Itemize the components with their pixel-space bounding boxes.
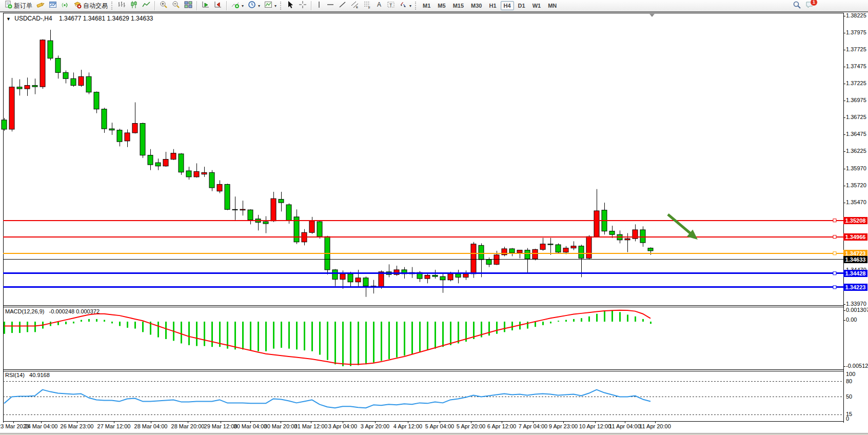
text-button[interactable]: A [373, 0, 385, 12]
text-label-button[interactable]: T [385, 0, 397, 12]
timeframe-mn[interactable]: MN [545, 1, 560, 10]
terminal-button[interactable] [47, 0, 59, 12]
price-tick-label: 1.36725 [846, 114, 866, 120]
price-tick-label: 1.36475 [846, 131, 866, 137]
trendline-button[interactable] [337, 0, 349, 12]
candle-body [279, 199, 284, 203]
candlestick-chart-icon [130, 1, 138, 11]
signals-button[interactable] [59, 0, 71, 12]
cursor-button[interactable] [284, 0, 297, 12]
rsi-tick-label: 50 [846, 393, 852, 400]
line-drag-handle[interactable] [833, 252, 836, 255]
candle-body [148, 155, 153, 165]
bar-chart-button[interactable] [115, 0, 128, 12]
auto-scroll-button[interactable] [200, 0, 212, 12]
clock-icon [248, 1, 256, 11]
price-tick [843, 134, 845, 135]
line-chart-button[interactable] [140, 0, 152, 12]
line-chart-icon [142, 1, 150, 11]
candle-body [40, 40, 45, 87]
candle-body [225, 184, 230, 209]
terminal-window-icon [49, 1, 57, 11]
candle-body [532, 249, 538, 259]
rsi-value: 40.9168 [29, 372, 50, 378]
vertical-line-button[interactable] [314, 0, 324, 12]
collapse-triangle-icon[interactable]: ▼ [6, 16, 11, 22]
timeframe-w1[interactable]: W1 [529, 1, 544, 10]
price-tick [843, 101, 845, 101]
chart-window[interactable]: ▼ USDCAD-,H4 1.34677 1.34681 1.34629 1.3… [0, 12, 868, 435]
candlestick-chart-button[interactable] [128, 0, 140, 12]
zoom-in-button[interactable] [157, 0, 170, 12]
notifications-button[interactable]: 1 [805, 1, 815, 11]
templates-button[interactable]: ▾ [262, 0, 279, 12]
crosshair-button[interactable] [297, 0, 309, 12]
candle-body [109, 129, 114, 130]
timeframe-h4[interactable]: H4 [501, 1, 514, 10]
price-tick-label: 1.35970 [846, 165, 866, 171]
line-drag-handle[interactable] [833, 219, 836, 222]
chart-title: ▼ USDCAD-,H4 1.34677 1.34681 1.34629 1.3… [6, 15, 153, 22]
candle-body [609, 231, 615, 235]
candle-body [171, 153, 176, 160]
cursor-arrow-icon [286, 1, 294, 11]
macd-tick-label: 0.00 [846, 317, 857, 323]
candle-body [86, 76, 91, 92]
candle-body [348, 274, 353, 282]
candle-body [217, 184, 222, 191]
indicators-button[interactable]: ▾ [229, 0, 246, 12]
toolbar-right-group: 1 [793, 1, 866, 11]
candle-body [556, 245, 561, 252]
horizontal-line-button[interactable] [324, 0, 337, 12]
search-icon[interactable] [793, 1, 801, 11]
mt4-application: 新订单 自动交易 [0, 0, 868, 435]
text-icon: A [376, 1, 383, 11]
arrows-button[interactable]: ▾ [397, 0, 413, 12]
zoom-out-button[interactable] [170, 0, 182, 12]
line-drag-handle[interactable] [833, 286, 836, 289]
macd-tick [843, 310, 845, 311]
candle-body [509, 249, 515, 253]
candle-body [102, 109, 107, 129]
autotrading-button[interactable]: 自动交易 [71, 0, 110, 12]
candle-body [540, 244, 545, 250]
tile-windows-button[interactable] [182, 0, 194, 12]
candle-body [155, 163, 161, 166]
chart-shift-button[interactable] [212, 0, 224, 12]
candle-body [263, 222, 268, 224]
timeframe-d1[interactable]: D1 [515, 1, 528, 10]
candle-body [456, 274, 461, 278]
macd-indicator-label: MACD(12,26,9) -0.000248 0.000372 [5, 308, 100, 314]
metaeditor-button[interactable] [34, 0, 47, 12]
chart-shift-marker[interactable] [649, 14, 655, 17]
candle-body [117, 130, 122, 142]
timeframe-m15[interactable]: M15 [450, 1, 467, 10]
chart-canvas[interactable] [0, 12, 868, 435]
candle-body [471, 244, 476, 274]
timeframe-m5[interactable]: M5 [435, 1, 448, 10]
trend-arrow-annotation[interactable] [668, 214, 691, 233]
autotrading-label: 自动交易 [83, 2, 108, 10]
candle-body [9, 87, 14, 129]
periods-button[interactable]: ▾ [246, 0, 262, 12]
timeframe-h1[interactable]: H1 [486, 1, 499, 10]
timeframe-m30[interactable]: M30 [468, 1, 485, 10]
new-order-button[interactable]: 新订单 [2, 0, 34, 12]
candle-body [232, 209, 238, 210]
template-icon [264, 1, 272, 11]
price-tick-label: 1.36225 [846, 148, 866, 154]
candle-body [94, 92, 99, 109]
fibonacci-button[interactable]: F [361, 0, 373, 12]
timeframe-m1[interactable]: M1 [420, 1, 433, 10]
notification-badge: 1 [810, 0, 818, 6]
chevron-down-icon: ▾ [274, 4, 277, 8]
rsi-tick-label: 0 [846, 416, 849, 422]
candle-body [479, 245, 484, 260]
candle-body [586, 236, 591, 258]
line-drag-handle[interactable] [833, 235, 836, 239]
rsi-line [4, 390, 650, 408]
equidistant-channel-button[interactable]: E [349, 0, 361, 12]
vertical-line-icon [316, 1, 322, 11]
line-drag-handle[interactable] [833, 272, 836, 275]
candle-body [548, 244, 553, 245]
